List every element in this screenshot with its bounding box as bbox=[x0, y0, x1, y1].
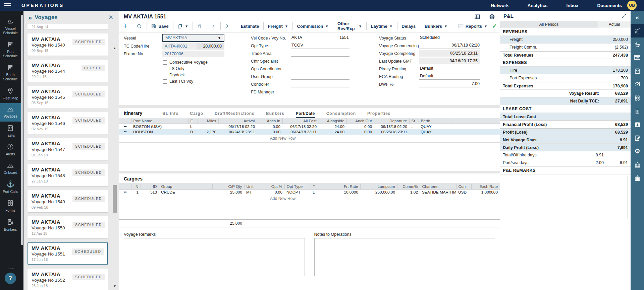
fixture-no-field[interactable]: 20170006 bbox=[162, 51, 224, 57]
tab-consumption[interactable]: Consumption bbox=[326, 111, 356, 118]
row-menu-icon[interactable]: ••• bbox=[119, 129, 131, 135]
bank-icon[interactable] bbox=[631, 158, 644, 171]
validate-check-icon[interactable]: ✓ bbox=[492, 22, 497, 30]
checklist-icon[interactable] bbox=[631, 64, 644, 78]
tab-properties[interactable]: Properties bbox=[367, 111, 390, 118]
vessel-dropdown[interactable]: MV AKTAIA ▼ bbox=[162, 34, 224, 42]
trade-area-field[interactable] bbox=[291, 50, 350, 57]
cargoes-add-new-row[interactable]: Add New Row bbox=[119, 195, 446, 203]
tab-bl-info[interactable]: BL Info bbox=[162, 111, 178, 118]
sidebar-item-forms[interactable]: Forms bbox=[0, 197, 21, 216]
freight-menu[interactable]: Freight▼ bbox=[267, 24, 289, 29]
voyage-card-1550[interactable]: MV AKTAIA Voyage No 1550 12 Apr 18 SCHED… bbox=[28, 216, 108, 238]
sidebar-item-alerts[interactable]: Alerts bbox=[0, 140, 21, 159]
analytics-chart-icon[interactable] bbox=[631, 24, 644, 38]
tab-all-periods[interactable]: All Periods bbox=[500, 21, 598, 28]
consecutive-voyage-checkbox[interactable]: Consecutive Voyage bbox=[163, 60, 208, 65]
voyage-card-1547[interactable]: MV AKTAIA Voyage No 1547 01 Jan 18 SCHED… bbox=[28, 138, 108, 160]
voyage-commencing-field[interactable]: 06/17/18 02:20 bbox=[419, 42, 480, 49]
sidebar-item-voyages[interactable]: Voyages bbox=[0, 103, 21, 122]
contact-card-icon[interactable] bbox=[631, 118, 644, 131]
nav-inbox[interactable]: Inbox bbox=[566, 3, 578, 8]
ledger-table-icon[interactable] bbox=[631, 51, 644, 64]
expand-panel-icon[interactable] bbox=[622, 13, 627, 18]
opr-type-field[interactable]: TCOV bbox=[291, 42, 350, 49]
globe-icon[interactable] bbox=[489, 14, 495, 20]
notebook-edit-icon[interactable] bbox=[631, 131, 644, 145]
scroll-down-icon[interactable]: ▼ bbox=[112, 284, 117, 288]
port-cell[interactable]: BOSTON (USA) bbox=[131, 124, 188, 129]
nav-analytics[interactable]: Analytics bbox=[527, 3, 547, 8]
ls-only-checkbox[interactable]: LS Only bbox=[163, 66, 184, 71]
sidebar-item-fleet-map[interactable]: Fleet Map bbox=[0, 84, 21, 103]
delays-menu[interactable]: Delays bbox=[400, 24, 417, 29]
port-cell[interactable]: HOUSTON bbox=[131, 129, 188, 135]
bunkers-menu[interactable]: Bunkers▼ bbox=[423, 24, 449, 29]
voyage-card-1544[interactable]: MV AKTAIA Voyage No 1544 29 Jul 15 CLOSE… bbox=[28, 60, 108, 82]
reports-menu[interactable]: Reports ▼ bbox=[457, 24, 489, 29]
eca-routing-field[interactable]: Default bbox=[419, 73, 480, 80]
tab-port-date[interactable]: Port/Date bbox=[296, 111, 315, 118]
previous-button[interactable] bbox=[210, 23, 217, 29]
nav-network[interactable]: Network bbox=[491, 3, 508, 8]
pnl-remarks-textarea[interactable] bbox=[503, 176, 628, 219]
sidebar-scrollbar[interactable] bbox=[21, 15, 23, 245]
tc-hire-field[interactable]: 20,000.00 bbox=[197, 43, 224, 50]
document-icon[interactable] bbox=[631, 104, 644, 118]
gear-icon[interactable]: ⚙ bbox=[631, 145, 644, 158]
search-button[interactable] bbox=[135, 23, 144, 29]
voyage-card-1546[interactable]: MV AKTAIA Voyage No 1546 02 Nov 15 SCHED… bbox=[28, 112, 108, 134]
forms-grid-icon[interactable] bbox=[631, 91, 644, 104]
collapse-panel-icon[interactable]: » bbox=[28, 14, 32, 21]
save-button[interactable]: Save bbox=[150, 23, 170, 29]
controller-field[interactable] bbox=[291, 80, 350, 87]
sidebar-item-bunkers[interactable]: Bunkers bbox=[0, 216, 21, 235]
scrollbar-thumb[interactable] bbox=[113, 185, 117, 213]
nav-documents[interactable]: Documents bbox=[597, 3, 622, 8]
add-button[interactable]: + bbox=[122, 23, 129, 29]
sidebar-item-port-schedule[interactable]: Port Schedule bbox=[0, 38, 21, 61]
tab-cargo[interactable]: Cargo bbox=[190, 111, 203, 118]
hierarchy-icon[interactable] bbox=[631, 38, 644, 51]
vsl-code-field[interactable]: AKTA bbox=[291, 34, 320, 41]
help-button[interactable]: ? bbox=[5, 273, 16, 284]
hamburger-menu-icon[interactable] bbox=[0, 3, 15, 7]
user-group-field[interactable] bbox=[291, 73, 350, 80]
voyage-card-partial[interactable]: 21 Aug 14 bbox=[28, 24, 108, 29]
sidebar-item-onboard[interactable]: Onboard bbox=[0, 159, 21, 178]
tab-bunkers[interactable]: Bunkers bbox=[266, 111, 284, 118]
piracy-routing-field[interactable]: Default bbox=[419, 65, 480, 72]
container-crane-icon[interactable] bbox=[631, 171, 644, 185]
copy-menu-button[interactable]: ▼ bbox=[176, 23, 190, 29]
sidebar-item-vessel-schedule[interactable]: Vessel Schedule bbox=[0, 15, 21, 38]
scroll-up-icon[interactable]: ▲ bbox=[112, 46, 117, 50]
sidebar-item-berth-schedule[interactable]: Berth Schedule bbox=[0, 61, 21, 84]
row-menu-icon[interactable]: ••• bbox=[119, 190, 131, 195]
fd-manager-field[interactable] bbox=[291, 88, 350, 95]
close-panel-icon[interactable]: ✕ bbox=[107, 13, 115, 22]
tab-draft-restrictions[interactable]: Draft/Restrictions bbox=[215, 111, 255, 118]
commission-menu[interactable]: Commission▼ bbox=[296, 24, 330, 29]
sidebar-item-tasks[interactable]: Tasks bbox=[0, 122, 21, 141]
other-rev-exp-menu[interactable]: Other Rev/Exp▼ bbox=[336, 21, 363, 31]
next-button[interactable] bbox=[223, 23, 231, 29]
voyage-card-1545[interactable]: MV AKTAIA Voyage No 1545 05 Sep 15 SCHED… bbox=[28, 86, 108, 108]
voyage-card-1552[interactable]: MV AKTAIA Voyage No 1552 26 Jun 18 SCHED… bbox=[28, 269, 108, 290]
last-tci-voy-checkbox[interactable]: Last TCI Voy bbox=[163, 79, 193, 84]
tab-actual[interactable]: Actual bbox=[598, 21, 631, 28]
estimate-menu[interactable]: Estimate bbox=[239, 24, 260, 29]
voyage-card-1548[interactable]: MV AKTAIA Voyage No 1548 27 Jan 18 SCHED… bbox=[28, 164, 108, 186]
grid-view-icon[interactable] bbox=[474, 14, 480, 19]
voyage-card-1549[interactable]: MV AKTAIA Voyage No 1549 09 Feb 18 SCHED… bbox=[28, 190, 108, 212]
laytime-menu[interactable]: Laytime▼ bbox=[370, 24, 394, 29]
voyage-card-1551-selected[interactable]: MV AKTAIA Voyage No 1551 17 Jun 18 SCHED… bbox=[28, 242, 108, 265]
user-avatar[interactable]: OB bbox=[627, 1, 637, 10]
delete-button[interactable] bbox=[196, 23, 204, 29]
itinerary-add-new-row[interactable]: Add New Row bbox=[119, 135, 446, 142]
voyage-card-1540[interactable]: MV AKTAIA Voyage No 1540 09 Sep 15 SCHED… bbox=[28, 33, 108, 56]
voy-no-field[interactable]: 1551 bbox=[320, 34, 350, 41]
sidebar-item-port-calls[interactable]: ⚓ Port Calls bbox=[0, 178, 21, 197]
collapse-strip-icon[interactable]: « bbox=[631, 11, 644, 24]
gauge-edit-icon[interactable] bbox=[631, 78, 644, 91]
chtr-specialist-field[interactable] bbox=[291, 57, 350, 64]
